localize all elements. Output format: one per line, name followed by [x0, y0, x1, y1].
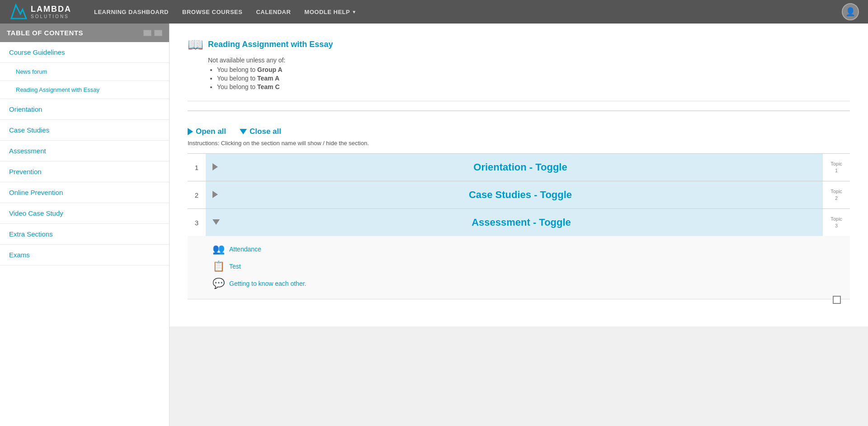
- sidebar-item-extra-sections[interactable]: Extra Sections: [0, 224, 169, 245]
- logo-text-block: LAMBDA SOLUTIONS: [31, 5, 71, 19]
- toc-header: TABLE OF CONTENTS: [0, 24, 169, 42]
- section-row-1: 1 Orientation - Toggle Topic 1: [188, 153, 850, 181]
- section-title-2: Case Studies - Toggle: [225, 189, 816, 201]
- main-content: 📖 Reading Assignment with Essay Not avai…: [170, 24, 868, 426]
- sidebar-item-case-studies[interactable]: Case Studies: [0, 120, 169, 141]
- test-icon: 📋: [212, 260, 225, 272]
- section-toggle-2[interactable]: Case Studies - Toggle: [206, 181, 823, 208]
- content-inner: 📖 Reading Assignment with Essay Not avai…: [170, 24, 868, 327]
- content-item-attendance: 👥 Attendance: [212, 241, 841, 258]
- sidebar-item-course-guidelines[interactable]: Course Guidelines: [0, 42, 169, 63]
- restriction-list: You belong to Group A You belong to Team…: [217, 66, 850, 90]
- section-toggle-1[interactable]: Orientation - Toggle: [206, 154, 823, 181]
- logo-icon: [9, 3, 27, 21]
- section-row-2: 2 Case Studies - Toggle Topic 2: [188, 181, 850, 208]
- assignment-title-row: 📖 Reading Assignment with Essay: [188, 37, 850, 52]
- avatar-placeholder: 👤: [845, 7, 855, 17]
- section-number-3: 3: [188, 219, 206, 227]
- close-all-arrow-icon: [240, 129, 247, 134]
- attendance-link[interactable]: Attendance: [229, 246, 261, 253]
- test-link[interactable]: Test: [229, 263, 241, 270]
- section-title-1: Orientation - Toggle: [225, 161, 816, 173]
- sidebar-item-assessment[interactable]: Assessment: [0, 141, 169, 161]
- sidebar-item-news-forum[interactable]: News forum: [0, 63, 169, 81]
- restriction-item-2: You belong to Team A: [217, 75, 850, 82]
- forum-icon: 💬: [212, 278, 225, 289]
- avatar[interactable]: 👤: [842, 3, 859, 20]
- open-all-arrow-icon: [188, 128, 193, 135]
- attendance-icon: 👥: [212, 243, 225, 255]
- section-row-3: 3 Assessment - Toggle Topic 3: [188, 208, 850, 236]
- section-3-arrow-icon: [212, 219, 220, 226]
- toggle-controls: Open all Close all: [188, 118, 850, 140]
- close-all-label: Close all: [250, 127, 281, 136]
- section-1-arrow-icon: [212, 163, 218, 172]
- toc-icons: [143, 30, 162, 36]
- assignment-icon: 📖: [188, 37, 203, 52]
- nav-browse-courses[interactable]: BROWSE COURSES: [182, 9, 242, 15]
- divider: [188, 110, 850, 111]
- logo-sub: SOLUTIONS: [31, 14, 71, 19]
- restriction-item-3: You belong to Team C: [217, 83, 850, 90]
- svg-marker-0: [11, 5, 26, 19]
- restriction-item-1: You belong to Group A: [217, 66, 850, 73]
- getting-to-know-link[interactable]: Getting to know each other.: [229, 280, 306, 287]
- main-layout: TABLE OF CONTENTS Course Guidelines News…: [0, 24, 868, 426]
- sidebar-item-orientation[interactable]: Orientation: [0, 99, 169, 120]
- toc-title: TABLE OF CONTENTS: [7, 29, 83, 37]
- content-item-getting-to-know: 💬 Getting to know each other.: [212, 275, 841, 292]
- assignment-title[interactable]: Reading Assignment with Essay: [208, 40, 333, 49]
- assignment-box: 📖 Reading Assignment with Essay Not avai…: [188, 33, 850, 101]
- sidebar-item-reading-assignment[interactable]: Reading Assignment with Essay: [0, 81, 169, 99]
- top-navigation: LAMBDA SOLUTIONS LEARNING DASHBOARD BROW…: [0, 0, 868, 24]
- corner-checkbox[interactable]: [833, 296, 841, 304]
- section-2-arrow-icon: [212, 191, 218, 199]
- nav-calendar[interactable]: CALENDAR: [256, 9, 291, 15]
- sidebar-item-online-prevention[interactable]: Online Prevention: [0, 182, 169, 203]
- restriction-text: Not available unless any of:: [208, 57, 285, 64]
- section-topic-3: Topic 3: [823, 216, 850, 230]
- nav-learning-dashboard[interactable]: LEARNING DASHBOARD: [94, 9, 169, 15]
- instructions-text: Instructions: Clicking on the section na…: [188, 140, 850, 147]
- open-all-label: Open all: [196, 127, 226, 136]
- nav-moodle-help[interactable]: MOODLE HELP ▼: [304, 9, 356, 15]
- section-number-2: 2: [188, 191, 206, 199]
- content-item-test: 📋 Test: [212, 258, 841, 275]
- sidebar-item-exams[interactable]: Exams: [0, 245, 169, 265]
- sidebar: TABLE OF CONTENTS Course Guidelines News…: [0, 24, 170, 426]
- close-all-button[interactable]: Close all: [240, 127, 281, 136]
- section-topic-2: Topic 2: [823, 188, 850, 202]
- section-topic-1: Topic 1: [823, 161, 850, 175]
- sidebar-item-video-case-study[interactable]: Video Case Study: [0, 203, 169, 224]
- open-all-button[interactable]: Open all: [188, 127, 226, 136]
- expanded-section-content: 👥 Attendance 📋 Test 💬 Getting to know ea…: [188, 236, 850, 299]
- logo-name: LAMBDA: [31, 5, 71, 14]
- toc-collapse-icon[interactable]: [143, 30, 151, 36]
- section-title-3: Assessment - Toggle: [226, 217, 816, 228]
- section-number-1: 1: [188, 164, 206, 171]
- section-toggle-3[interactable]: Assessment - Toggle: [206, 209, 823, 236]
- assignment-restriction: Not available unless any of: You belong …: [208, 57, 850, 90]
- chevron-down-icon: ▼: [352, 9, 356, 14]
- logo[interactable]: LAMBDA SOLUTIONS: [9, 3, 71, 21]
- sidebar-item-prevention[interactable]: Prevention: [0, 161, 169, 182]
- toc-expand-icon[interactable]: [154, 30, 162, 36]
